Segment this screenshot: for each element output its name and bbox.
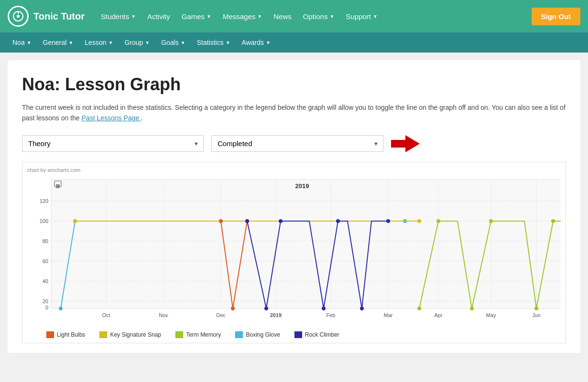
subnav-group[interactable]: Group ▼ xyxy=(120,36,154,49)
nav-activity[interactable]: Activity xyxy=(142,9,175,24)
nav-news[interactable]: News xyxy=(269,9,296,24)
options-dropdown-arrow: ▼ xyxy=(329,14,334,19)
subnav-awards[interactable]: Awards ▼ xyxy=(237,36,275,49)
chart-attribution: chart by amcharts.com xyxy=(27,167,561,173)
games-dropdown-arrow: ▼ xyxy=(207,14,211,19)
messages-dropdown-arrow: ▼ xyxy=(257,14,262,19)
logo-icon xyxy=(8,6,29,27)
legend-key-signature-snap[interactable]: Key Signature Snap xyxy=(99,331,161,338)
general-dropdown-arrow: ▼ xyxy=(68,40,73,45)
nav-games[interactable]: Games ▼ xyxy=(177,9,216,24)
legend-light-bulbs[interactable]: Light Bulbs xyxy=(46,331,85,338)
subnav-noa[interactable]: Noa ▼ xyxy=(8,36,36,49)
subnav-goals[interactable]: Goals ▼ xyxy=(156,36,190,49)
svg-point-49 xyxy=(279,219,283,223)
legend-color-term-memory xyxy=(175,331,183,338)
past-lessons-link[interactable]: Past Lessons Page xyxy=(82,114,142,122)
sign-out-button[interactable]: Sign Out xyxy=(532,8,581,25)
legend-term-memory[interactable]: Term Memory xyxy=(175,331,221,338)
svg-point-56 xyxy=(470,307,474,310)
lesson-dropdown-arrow: ▼ xyxy=(108,40,113,45)
support-dropdown-arrow: ▼ xyxy=(373,14,378,19)
legend-color-key-signature-snap xyxy=(99,331,107,338)
lesson-graph: 2019 Jul 120 100 80 60 40 20 0 Oct xyxy=(27,175,561,328)
nav-messages[interactable]: Messages ▼ xyxy=(218,9,267,24)
subnav-lesson[interactable]: Lesson ▼ xyxy=(80,36,118,49)
svg-point-48 xyxy=(264,307,268,310)
svg-point-59 xyxy=(551,219,555,223)
subnav-statistics[interactable]: Statistics ▼ xyxy=(192,36,235,49)
svg-text:40: 40 xyxy=(43,278,48,284)
noa-dropdown-arrow: ▼ xyxy=(27,40,32,45)
logo-link[interactable]: Tonic Tutor xyxy=(8,6,85,27)
svg-marker-3 xyxy=(391,135,420,152)
subnav-general[interactable]: General ▼ xyxy=(38,36,78,49)
svg-text:20: 20 xyxy=(43,298,48,304)
svg-text:120: 120 xyxy=(40,198,48,204)
legend-color-light-bulbs xyxy=(46,331,54,338)
svg-point-1 xyxy=(17,15,20,18)
goals-dropdown-arrow: ▼ xyxy=(181,40,185,45)
svg-point-52 xyxy=(360,307,364,310)
svg-text:80: 80 xyxy=(43,238,48,244)
svg-rect-4 xyxy=(51,180,561,308)
subject-dropdown-wrapper: Theory Ear Training History Notation Tec… xyxy=(22,135,204,152)
svg-text:Dec: Dec xyxy=(216,312,226,318)
svg-rect-62 xyxy=(56,184,60,188)
svg-text:2019: 2019 xyxy=(270,312,282,318)
svg-text:Jun: Jun xyxy=(532,312,541,318)
dropdowns-row: Theory Ear Training History Notation Tec… xyxy=(22,135,566,152)
svg-text:Apr: Apr xyxy=(434,312,442,318)
arrow-indicator xyxy=(391,135,420,152)
svg-point-39 xyxy=(59,307,63,310)
svg-text:100: 100 xyxy=(40,218,48,224)
status-dropdown[interactable]: Completed Assigned In Progress xyxy=(211,135,383,152)
sub-navigation: Noa ▼ General ▼ Lesson ▼ Group ▼ Goals ▼… xyxy=(0,32,588,53)
statistics-dropdown-arrow: ▼ xyxy=(226,40,230,45)
svg-point-50 xyxy=(322,307,326,310)
legend-boxing-glove[interactable]: Boxing Glove xyxy=(235,331,280,338)
main-content: Noa: Lesson Graph The current week is no… xyxy=(8,60,580,353)
chart-svg-wrapper: 2019 Jul 120 100 80 60 40 20 0 Oct xyxy=(27,175,561,328)
svg-point-44 xyxy=(219,219,223,223)
page-title: Noa: Lesson Graph xyxy=(22,74,566,95)
nav-options[interactable]: Options ▼ xyxy=(298,9,339,24)
svg-point-51 xyxy=(336,219,340,223)
subject-dropdown[interactable]: Theory Ear Training History Notation Tec… xyxy=(22,135,204,152)
legend-rock-climber[interactable]: Rock Climber xyxy=(294,331,339,338)
svg-point-55 xyxy=(436,219,440,223)
svg-text:Nov: Nov xyxy=(159,312,168,318)
svg-text:May: May xyxy=(486,312,496,318)
svg-point-54 xyxy=(417,307,421,310)
svg-text:Feb: Feb xyxy=(327,312,336,318)
svg-text:Mar: Mar xyxy=(384,312,393,318)
svg-point-58 xyxy=(534,307,538,310)
svg-point-45 xyxy=(231,307,235,310)
legend-color-boxing-glove xyxy=(235,331,243,338)
svg-point-43 xyxy=(417,219,421,223)
svg-point-57 xyxy=(489,219,493,223)
status-dropdown-wrapper: Completed Assigned In Progress xyxy=(211,135,383,152)
chart-container: chart by amcharts.com 2019 Jul 120 100 xyxy=(22,162,566,343)
group-dropdown-arrow: ▼ xyxy=(145,40,150,45)
red-arrow-icon xyxy=(391,135,420,152)
svg-text:60: 60 xyxy=(43,258,48,264)
page-description: The current week is not included in thes… xyxy=(22,102,566,124)
top-nav-links: Students ▼ Activity Games ▼ Messages ▼ N… xyxy=(96,9,531,24)
top-navigation: Tonic Tutor Students ▼ Activity Games ▼ … xyxy=(0,0,588,32)
svg-point-42 xyxy=(73,219,77,223)
logo-text: Tonic Tutor xyxy=(33,11,85,22)
chart-legend: Light Bulbs Key Signature Snap Term Memo… xyxy=(27,331,561,338)
nav-students[interactable]: Students ▼ xyxy=(96,9,141,24)
students-dropdown-arrow: ▼ xyxy=(131,14,136,19)
awards-dropdown-arrow: ▼ xyxy=(266,40,271,45)
svg-text:Oct: Oct xyxy=(102,312,110,318)
legend-color-rock-climber xyxy=(294,331,302,338)
nav-support[interactable]: Support ▼ xyxy=(341,9,382,24)
svg-point-47 xyxy=(245,219,249,223)
svg-point-53 xyxy=(386,219,390,223)
svg-text:2019: 2019 xyxy=(295,182,309,190)
svg-text:0: 0 xyxy=(45,305,48,310)
